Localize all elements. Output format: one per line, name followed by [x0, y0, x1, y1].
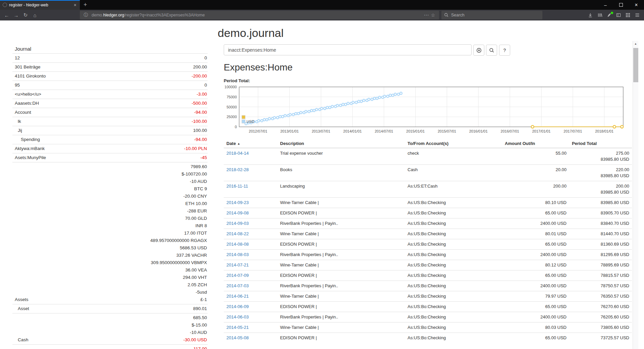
home-button[interactable]: ⌂ [30, 11, 40, 19]
account-balance: -288 EUR [187, 207, 208, 215]
sidebar-account-link[interactable]: lk [12, 118, 21, 125]
restore-button[interactable] [613, 0, 629, 10]
scrollbar-thumb[interactable] [633, 48, 638, 82]
sidebar-line: Aktywa:mBank-10.00 PLN [12, 145, 208, 152]
transaction-date-link[interactable]: 2014-09-08 [226, 210, 249, 215]
clear-circle-x-icon [476, 48, 482, 53]
sidebar-account-link[interactable]: Asets:MunyPile [12, 154, 46, 161]
sidebar-account-link[interactable]: <u>hello</u> [12, 91, 41, 98]
sidebar-account-link[interactable]: Aktywa:mBank [12, 145, 45, 152]
table-row: 2014-06-03RiverBank Properties | Payin..… [224, 312, 632, 322]
sidebar-account-link[interactable]: Jij [12, 127, 22, 134]
downloads-icon[interactable] [586, 11, 595, 19]
transaction-date-link[interactable]: 2014-07-03 [226, 283, 249, 288]
sidebar-account-link[interactable]: 95 [12, 82, 20, 89]
amount-cell: 20.00 [502, 164, 569, 181]
account-balance: -20.00 CNY [183, 193, 208, 200]
sidebar-line: 685.50 [12, 314, 208, 321]
browser-search-bar[interactable]: Search [441, 11, 542, 19]
transaction-date-link[interactable]: 2014-06-21 [226, 294, 249, 299]
account-cell: As:US:Bo:Checking [405, 270, 502, 281]
browser-tab[interactable]: register - hledger-web × [0, 0, 80, 10]
library-icon[interactable] [595, 11, 604, 19]
period-total-chart: 2012/07/012013/01/012013/07/012014/01/01… [224, 84, 632, 135]
table-row: 2014-05-21Wine-Tarner Cable |As:US:Bo:Ch… [224, 322, 632, 333]
sidebar-account-link[interactable]: Aaasets:DH [12, 100, 39, 107]
chart-title: Period Total: [224, 78, 632, 83]
column-header-description[interactable]: Description [277, 139, 405, 148]
sidebar-account-link[interactable]: 4101 Girokonto [12, 72, 46, 80]
hamburger-menu-icon[interactable] [633, 11, 642, 19]
account-cell: As:US:Bo:Checking [405, 312, 502, 322]
description-cell: EDISON POWER | [277, 208, 405, 218]
transaction-date-link[interactable]: 2014-08-03 [226, 252, 249, 257]
transaction-date-link[interactable]: 2014-09-03 [226, 221, 249, 226]
sidebar-account-link[interactable]: Asset [12, 305, 29, 312]
sort-asc-icon: ▲ [237, 142, 240, 145]
sidebar-accounts: 120301 Beiträge200.004101 Girokonto-200.… [12, 53, 208, 349]
bookmark-star-icon[interactable]: ☆ [430, 11, 436, 19]
account-balance: 0 [204, 82, 208, 89]
sidebar-account-link[interactable]: Cash [12, 336, 29, 344]
minimize-button[interactable]: – [598, 0, 613, 10]
date-cell: 2014-09-03 [224, 218, 277, 229]
column-header-amount[interactable]: Amount Out/In [502, 139, 569, 148]
submit-search-button[interactable] [486, 45, 497, 56]
transaction-date-link[interactable]: 2014-05-08 [226, 335, 249, 340]
sidebar-journal-link[interactable]: Journal [12, 45, 208, 53]
grid-apps-icon[interactable] [623, 11, 633, 19]
column-header-period-total[interactable]: Period Total [569, 139, 632, 148]
sidebar-account-link[interactable]: Assets [12, 296, 29, 303]
sidebar-account-link[interactable]: Account [12, 109, 31, 116]
back-button[interactable]: ← [2, 11, 11, 19]
transaction-date-link[interactable]: 2016-11-11 [226, 184, 248, 189]
scrollbar-up-icon[interactable]: ▲ [633, 41, 638, 47]
search-help-button[interactable]: ? [499, 45, 510, 56]
table-row: 2014-09-03RiverBank Properties | Payin..… [224, 218, 632, 229]
transaction-date-link[interactable]: 2014-06-03 [226, 314, 249, 319]
close-window-button[interactable]: × [629, 0, 644, 10]
url-bar[interactable]: ⓘ demo.hledger.org/register?q=inacct%3AE… [80, 11, 439, 19]
period-total-line: 83985.80 USD [572, 173, 629, 179]
account-cell: As:US:Bo:Checking [405, 239, 502, 249]
account-balance: $-15.00 [192, 321, 208, 329]
transaction-date-link[interactable]: 2014-08-08 [226, 242, 249, 247]
site-info-icon[interactable]: ⓘ [83, 11, 89, 19]
transaction-date-link[interactable]: 2018-04-14 [226, 151, 249, 156]
amount-cell: 65.00 USD [502, 270, 569, 281]
sidebar-account-link[interactable]: 301 Beiträge [12, 63, 41, 71]
page-scrollbar[interactable]: ▲ ▼ [633, 41, 638, 349]
description-cell: Wine-Tarner Cable | [277, 197, 405, 208]
transaction-date-link[interactable]: 2014-05-21 [226, 325, 249, 330]
transaction-date-link[interactable]: 2014-09-23 [226, 200, 249, 205]
transaction-date-link[interactable]: 2014-06-09 [226, 304, 249, 309]
account-balance: -94.00 [194, 109, 208, 116]
period-total-line: 83985.80 USD [572, 189, 629, 195]
svg-text:2016/01/01: 2016/01/01 [469, 129, 488, 133]
svg-text:0: 0 [235, 125, 237, 129]
forward-button[interactable]: → [11, 11, 21, 19]
account-balance: -45 [200, 154, 208, 161]
new-tab-button[interactable]: + [80, 0, 91, 10]
account-cell: As:US:Bo:Checking [405, 208, 502, 218]
column-header-date[interactable]: Date▲ [224, 139, 277, 148]
transaction-date-link[interactable]: 2014-07-09 [226, 273, 249, 278]
sidebar-toggle-icon[interactable] [614, 11, 623, 19]
extension-quill-icon[interactable] [604, 11, 614, 19]
page-actions-icon[interactable]: ⋯ [423, 11, 430, 19]
query-input[interactable] [224, 44, 472, 55]
account-balance: -5usd [196, 289, 208, 296]
tab-close-icon[interactable]: × [73, 2, 77, 8]
transaction-date-link[interactable]: 2014-07-21 [226, 262, 249, 267]
transaction-date-link[interactable]: 2014-08-22 [226, 231, 249, 236]
clear-query-button[interactable] [473, 45, 484, 56]
period-total-line: 83985.80 USD [572, 200, 629, 206]
sidebar-account-link[interactable]: Spending [12, 136, 40, 143]
period-total-cell: 81440.70 USD [569, 229, 632, 239]
transaction-date-link[interactable]: 2018-02-28 [226, 167, 249, 172]
amount-cell: 80.01 USD [502, 229, 569, 239]
sidebar-account-link[interactable]: 12 [12, 54, 20, 62]
column-header-account[interactable]: To/From Account(s) [405, 139, 502, 148]
reload-button[interactable]: ↻ [21, 11, 30, 19]
account-balance: -94.00 [194, 136, 208, 143]
